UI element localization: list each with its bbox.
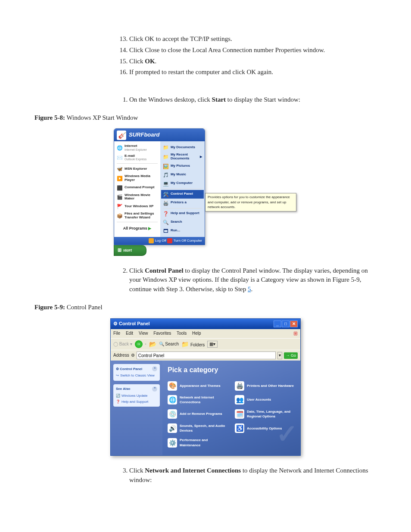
address-dropdown[interactable]: ▾: [277, 352, 282, 359]
cat-appearance[interactable]: 🎨Appearance and Themes: [168, 381, 228, 391]
label: Back: [119, 342, 129, 346]
program-fst[interactable]: 📦Files and Settings Transfer Wizard: [115, 211, 159, 221]
step-1: On the Windows desktop, click Start to d…: [129, 95, 377, 105]
label: Windows Update: [121, 393, 147, 398]
appearance-icon: 🎨: [168, 381, 177, 391]
separator: [117, 163, 158, 164]
label: Sounds, Speech, and Audio Devices: [180, 423, 228, 433]
text: If prompted to restart the computer and …: [129, 68, 273, 75]
collapse-icon[interactable]: ⌃: [152, 386, 157, 392]
my-computer[interactable]: 💻My Computer: [161, 179, 204, 188]
menu-view[interactable]: View: [139, 331, 148, 336]
program-tour[interactable]: 🚩Tour Windows XP: [115, 202, 159, 211]
my-music[interactable]: 🎵My Music: [161, 171, 204, 179]
address-input[interactable]: [137, 352, 276, 359]
menubar: File Edit View Favorites Tools Help ⊞: [111, 329, 300, 338]
figure-5-9-label: Figure 5-9: Control Panel: [34, 303, 377, 312]
search[interactable]: 🔍Search: [161, 218, 204, 227]
start-right-column: 📁My Documents 📁My Recent Documents▶ 🖼️My…: [160, 141, 205, 237]
figure-label-bold: Figure 5-8:: [34, 114, 65, 121]
figure-label-bold: Figure 5-9:: [34, 304, 65, 311]
logoff-button[interactable]: Log Off: [149, 238, 166, 243]
program-msn[interactable]: 🦋MSN Explorer: [115, 165, 159, 173]
help-support-link[interactable]: ❓Help and Support: [116, 399, 157, 405]
music-icon: 🎵: [163, 172, 169, 178]
program-wmp[interactable]: ▶️Windows Media Player: [115, 173, 159, 184]
pick-category-heading: Pick a category: [168, 365, 295, 375]
turnoff-button[interactable]: Turn Off Computer: [167, 238, 202, 243]
cmd-icon: ⬛: [117, 185, 123, 191]
run[interactable]: 🗔Run...: [161, 227, 204, 235]
go-button[interactable]: → Go: [284, 352, 298, 359]
pinned-email[interactable]: ✉️E-mailOutlook Express: [115, 153, 159, 162]
cat-printers[interactable]: 🖨️Printers and Other Hardware: [235, 381, 295, 391]
ordered-list-d: Click Network and Internet Connections t…: [121, 466, 377, 485]
menu-help[interactable]: Help: [192, 331, 201, 336]
menu-tools[interactable]: Tools: [177, 331, 187, 336]
cat-performance[interactable]: ⚙️Performance and Maintenance: [168, 438, 228, 448]
label: Go: [291, 353, 296, 358]
collapse-icon[interactable]: ⌃: [152, 366, 157, 371]
address-label: Address: [113, 352, 129, 359]
text: Click: [129, 467, 145, 474]
flag-icon: 🚩: [117, 203, 123, 209]
figure-5-8: SURFboard 🌐InternetInternet Explorer ✉️E…: [34, 128, 377, 255]
maximize-button[interactable]: □: [282, 320, 290, 327]
ordered-list-b: On the Windows desktop, click Start to d…: [121, 95, 377, 105]
sublabel: Internet Explorer: [125, 148, 147, 152]
cat-network[interactable]: 🌐Network and Internet Connections: [168, 395, 228, 405]
cat-addremove[interactable]: 💿Add or Remove Programs: [168, 409, 228, 419]
search-button[interactable]: 🔍 Search: [159, 341, 179, 348]
menu-file[interactable]: File: [113, 331, 120, 336]
close-button[interactable]: ✕: [290, 320, 298, 327]
label: My Pictures: [171, 164, 190, 168]
label: Search: [165, 342, 179, 346]
label: Printers a: [171, 201, 187, 205]
sidebar-box-see-also: See Also⌃ 🔄Windows Update ❓Help and Supp…: [113, 384, 160, 407]
heading: See Also: [116, 386, 131, 392]
cat-sounds[interactable]: 🔊Sounds, Speech, and Audio Devices: [168, 423, 228, 433]
switch-classic-link[interactable]: ↪Switch to Classic View: [116, 373, 157, 379]
windows-flag-icon: ⊞: [293, 330, 298, 337]
my-recent-documents[interactable]: 📁My Recent Documents▶: [161, 152, 204, 162]
cat-users[interactable]: 👥User Accounts: [235, 395, 295, 405]
help-support[interactable]: ❓Help and Support: [161, 209, 204, 218]
program-moviemaker[interactable]: 🎬Windows Movie Maker: [115, 192, 159, 202]
separator: [163, 208, 202, 208]
pinned-internet[interactable]: 🌐InternetInternet Explorer: [115, 143, 159, 152]
control-panel-icon: ⚙: [116, 367, 119, 371]
control-panel[interactable]: 🛠️Control Panel: [161, 190, 204, 199]
movie-icon: 🎬: [117, 194, 123, 200]
step-2: Click Control Panel to display the Contr…: [129, 266, 377, 294]
menu-edit[interactable]: Edit: [126, 331, 133, 336]
windows-update-link[interactable]: 🔄Windows Update: [116, 393, 157, 399]
label: Search: [171, 220, 182, 224]
speaker-icon: 🔊: [168, 423, 177, 433]
printers-faxes[interactable]: 🖨️Printers a: [161, 199, 204, 207]
my-pictures[interactable]: 🖼️My Pictures: [161, 162, 204, 171]
label: E-mail: [125, 154, 146, 158]
menu-favorites[interactable]: Favorites: [153, 331, 171, 336]
up-button[interactable]: 📂: [149, 340, 156, 348]
search-icon: 🔍: [163, 219, 169, 225]
label: Network and Internet Connections: [180, 395, 228, 405]
sublabel: Outlook Express: [125, 158, 146, 161]
separator: [163, 189, 202, 189]
update-icon: 🔄: [116, 393, 120, 398]
step-15: Click OK.: [129, 57, 377, 66]
wmp-icon: ▶️: [117, 175, 123, 181]
network-icon: 🌐: [168, 395, 177, 404]
forward-button[interactable]: →: [135, 340, 143, 348]
bold: Network and Internet Connections: [145, 467, 241, 474]
back-button[interactable]: ◯ Back ▾: [113, 341, 132, 348]
folders-button[interactable]: 📁 Folders: [181, 340, 205, 348]
start-button[interactable]: ⊞start: [114, 245, 146, 256]
label: My Documents: [171, 146, 195, 149]
views-button[interactable]: ▦▾: [207, 341, 218, 348]
all-programs[interactable]: All Programs ▶: [115, 223, 159, 233]
start-menu-header: SURFboard: [114, 129, 205, 141]
minimize-button[interactable]: _: [274, 320, 281, 327]
program-cmd[interactable]: ⬛Command Prompt: [115, 184, 159, 192]
control-panel-main: Pick a category 🎨Appearance and Themes 🖨…: [162, 361, 300, 455]
my-documents[interactable]: 📁My Documents: [161, 143, 204, 152]
